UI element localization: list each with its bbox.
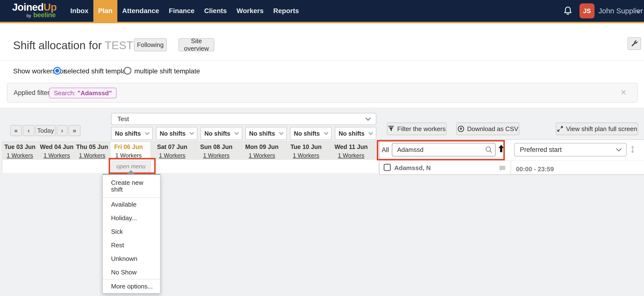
menu-item-create-new-shift[interactable]: Create new shift: [103, 175, 160, 197]
menu-item-available[interactable]: Available: [103, 197, 160, 211]
funnel-icon: [388, 126, 394, 132]
shift-select-2[interactable]: No shifts: [156, 127, 198, 140]
site-overview-button[interactable]: Site overview: [178, 38, 214, 51]
worker-search-input[interactable]: [392, 143, 496, 156]
clear-filters-close-icon[interactable]: ✕: [620, 88, 626, 97]
title-row: Shift allocation for TEST 456 Following …: [0, 23, 644, 60]
day-workers-link[interactable]: 1 Workers: [159, 152, 186, 159]
calendar-first-button[interactable]: «: [10, 125, 22, 136]
menu-item-more-options[interactable]: More options...: [103, 279, 160, 293]
sort-preferred-start-select[interactable]: Preferred start: [514, 143, 626, 156]
worker-checkbox[interactable]: [384, 164, 391, 171]
following-button[interactable]: Following: [134, 38, 167, 51]
nav-item-plan[interactable]: Plan: [93, 0, 117, 22]
radio-selected-shift-template[interactable]: [53, 67, 61, 75]
nav-item-attendance[interactable]: Attendance: [117, 0, 164, 22]
notifications-bell-icon[interactable]: [563, 6, 573, 18]
day-workers-link[interactable]: 1 Workers: [338, 152, 364, 159]
radio-multiple-shift-template[interactable]: [124, 67, 132, 75]
shift-select-3[interactable]: No shifts: [200, 127, 242, 140]
day-column-tue10: Tue 10 Jun1 Workers: [285, 143, 327, 159]
day-column-thu05: Thu 05 Jun1 Workers: [71, 143, 113, 159]
settings-wrench-button[interactable]: [628, 37, 641, 50]
app-logo[interactable]: JoinedUp by beeline: [12, 2, 56, 19]
chevron-down-icon: [366, 115, 371, 121]
menu-item-sick[interactable]: Sick: [103, 225, 160, 238]
day-column-sat07: Sat 07 Jun1 Workers: [151, 143, 193, 159]
worker-preferred-time: 00:00 - 23:59: [516, 165, 554, 173]
filter-workers-button[interactable]: Filter the workers: [387, 123, 447, 135]
worker-time-cell: 00:00 - 23:59: [511, 161, 644, 174]
applied-filters-bar: Applied filters: Search:"Adamssd" ✕: [7, 83, 638, 103]
chevron-down-icon: [616, 146, 622, 152]
shift-select-4[interactable]: No shifts: [246, 127, 287, 140]
calendar-today-button[interactable]: Today: [36, 125, 56, 136]
shift-select-6[interactable]: No shifts: [335, 127, 376, 140]
calendar-last-button[interactable]: »: [68, 125, 80, 136]
nav-item-workers[interactable]: Workers: [232, 0, 268, 22]
day-column-wed11: Wed 11 Jun1 Workers: [330, 143, 372, 159]
show-workers-row: Show workers for: selected shift templat…: [0, 60, 644, 80]
page: JoinedUp by beeline Inbox Plan Attendanc…: [0, 0, 644, 296]
chevron-down-icon: [189, 130, 194, 135]
day-column-mon09: Mon 09 Jun1 Workers: [241, 143, 283, 159]
day-column-fri06: Fri 06 Jun1 Workers: [108, 143, 149, 159]
nav-item-reports[interactable]: Reports: [268, 0, 304, 22]
day-workers-link[interactable]: 1 Workers: [203, 152, 230, 159]
worker-row: Adamssd, N 00:00 - 23:59: [379, 160, 644, 175]
day-workers-link[interactable]: 1 Workers: [79, 152, 106, 159]
radio-multiple-shift-template-label[interactable]: multiple shift template: [134, 67, 200, 75]
sort-direction-icon[interactable]: [630, 145, 635, 156]
chevron-down-icon: [279, 130, 284, 135]
download-csv-button[interactable]: Download as CSV: [456, 123, 519, 135]
menu-item-no-show[interactable]: No Show: [103, 266, 160, 279]
expand-arrows-icon: [557, 126, 563, 132]
shift-context-menu: Create new shift Available Holiday... Si…: [102, 174, 160, 294]
calendar-next-button[interactable]: ›: [57, 125, 68, 136]
shift-select-1[interactable]: No shifts: [111, 127, 153, 140]
radio-selected-shift-template-label[interactable]: selected shift template: [64, 67, 132, 75]
all-workers-label[interactable]: All: [382, 146, 389, 154]
menu-item-holiday[interactable]: Holiday...: [103, 211, 160, 225]
search-magnifier-icon[interactable]: [485, 146, 493, 156]
fullscreen-button[interactable]: View shift plan full screen: [556, 123, 638, 135]
chevron-down-icon: [145, 130, 150, 135]
user-name[interactable]: John Supplier: [598, 7, 643, 15]
menu-item-unknown[interactable]: Unknown: [103, 252, 160, 266]
scroll-top-arrow-icon[interactable]: [498, 144, 504, 155]
shift-plan-area: « ‹ Today › » Test No shifts No shifts N…: [0, 108, 644, 296]
shift-row: [2, 160, 378, 173]
search-filter-pill[interactable]: Search:"Adamssd": [49, 88, 117, 98]
shift-template-select[interactable]: Test: [111, 113, 376, 125]
day-workers-link[interactable]: 1 Workers: [249, 152, 275, 159]
applied-filters-label: Applied filters:: [14, 89, 55, 97]
comment-bubble-icon[interactable]: [499, 165, 506, 174]
download-icon: [458, 125, 464, 132]
main-nav: Inbox Plan Attendance Finance Clients Wo…: [66, 0, 304, 22]
day-workers-link[interactable]: 1 Workers: [7, 152, 33, 159]
nav-item-inbox[interactable]: Inbox: [66, 0, 93, 22]
nav-item-finance[interactable]: Finance: [164, 0, 199, 22]
worker-name: Adamssd, N: [394, 164, 431, 172]
chevron-down-icon: [234, 130, 239, 135]
chevron-down-icon: [324, 130, 328, 135]
chevron-down-icon: [368, 130, 373, 135]
day-column-sun08: Sun 08 Jun1 Workers: [196, 143, 237, 159]
shift-selects-row: No shifts No shifts No shifts No shifts …: [111, 127, 376, 140]
calendar-prev-button[interactable]: ‹: [23, 125, 34, 136]
shift-select-5[interactable]: No shifts: [290, 127, 332, 140]
top-nav: JoinedUp by beeline Inbox Plan Attendanc…: [0, 0, 644, 23]
menu-caret-up-icon: [127, 170, 135, 174]
menu-item-rest[interactable]: Rest: [103, 238, 160, 252]
day-workers-link[interactable]: 1 Workers: [44, 152, 70, 159]
day-workers-link[interactable]: 1 Workers: [293, 152, 319, 159]
day-workers-link[interactable]: 1 Workers: [116, 152, 142, 159]
logo-wordmark: JoinedUp: [12, 2, 56, 12]
day-column-tue03: Tue 03 Jun1 Workers: [0, 143, 41, 159]
wrench-icon: [630, 40, 638, 47]
nav-item-clients[interactable]: Clients: [199, 0, 232, 22]
user-avatar[interactable]: JS: [580, 3, 594, 18]
